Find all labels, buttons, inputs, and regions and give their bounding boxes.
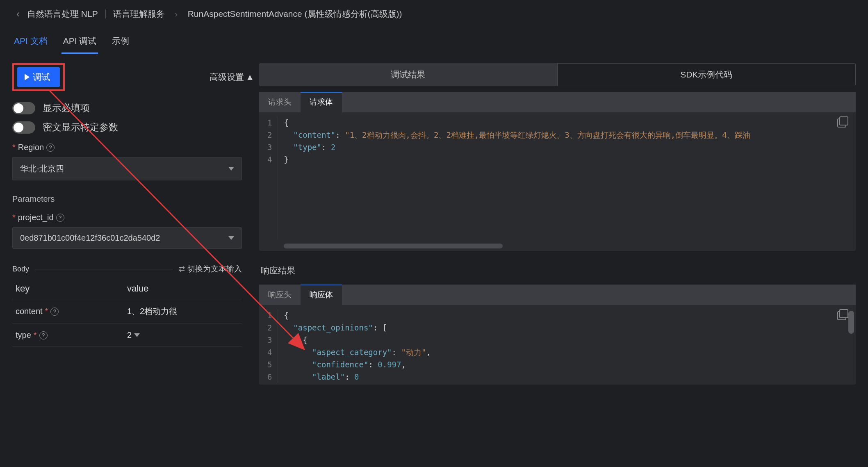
result-tabs: 调试结果 SDK示例代码 — [259, 63, 856, 86]
debug-button-highlight: 调试 — [12, 63, 65, 91]
param-value[interactable]: 1、2档动力很 — [127, 306, 177, 317]
horizontal-scrollbar[interactable] — [284, 244, 831, 248]
project-id-label: * project_id ? — [12, 213, 254, 222]
region-label: * Region ? — [12, 143, 254, 152]
response-heading: 响应结果 — [261, 265, 856, 276]
tab-response-body[interactable]: 响应体 — [301, 285, 342, 305]
advanced-settings-toggle[interactable]: 高级设置 ▲ — [210, 71, 254, 83]
play-icon — [25, 74, 30, 80]
response-panel: 响应头 响应体 123456 { "aspect_opinions": [ { … — [259, 285, 856, 385]
body-heading: Body — [12, 265, 29, 273]
request-code[interactable]: { "content": "1、2档动力很肉,会抖。2、2档难挂,最怕半坡等红绿… — [278, 116, 750, 239]
tab-response-header[interactable]: 响应头 — [259, 285, 301, 305]
required-star-icon: * — [45, 307, 48, 316]
debug-button[interactable]: 调试 — [17, 67, 60, 87]
param-key: content — [16, 307, 43, 316]
breadcrumb-item-3: RunAspectSentimentAdvance (属性级情感分析(高级版)) — [188, 8, 402, 20]
switch-to-text-input[interactable]: ⇄ 切换为文本输入 — [179, 264, 242, 274]
required-star-icon: * — [34, 330, 37, 340]
divider — [35, 269, 173, 269]
main-tabs: API 文档 API 调试 示例 — [0, 24, 868, 54]
tab-api-debug[interactable]: API 调试 — [62, 32, 98, 54]
main-area: 调试结果 SDK示例代码 请求头 请求体 1234 { "content": "… — [259, 63, 856, 385]
parameters-heading: Parameters — [12, 194, 254, 204]
kv-header-key: key — [16, 283, 127, 294]
line-gutter: 1234 — [259, 116, 278, 239]
vertical-scrollbar[interactable] — [848, 311, 854, 334]
tab-example[interactable]: 示例 — [110, 32, 131, 54]
back-icon[interactable]: ‹ — [16, 8, 20, 20]
toggle-mask-params[interactable] — [12, 121, 35, 134]
kv-header-value: value — [127, 283, 149, 294]
tab-api-docs[interactable]: API 文档 — [12, 32, 49, 54]
swap-icon: ⇄ — [179, 264, 185, 273]
help-icon[interactable]: ? — [50, 308, 59, 316]
table-row: type * ? 2 — [12, 324, 242, 347]
region-value: 华北-北京四 — [20, 163, 64, 174]
tab-debug-result[interactable]: 调试结果 — [259, 63, 557, 86]
tab-request-body[interactable]: 请求体 — [301, 92, 342, 112]
param-key: type — [16, 330, 31, 340]
chevron-right-icon: › — [172, 9, 180, 19]
region-select[interactable]: 华北-北京四 — [12, 157, 242, 180]
request-panel: 请求头 请求体 1234 { "content": "1、2档动力很肉,会抖。2… — [259, 92, 856, 251]
chevron-down-icon — [134, 333, 140, 337]
breadcrumb-item-1[interactable]: 自然语言处理 NLP — [27, 8, 98, 20]
required-star-icon: * — [12, 213, 16, 222]
advanced-settings-label: 高级设置 — [210, 71, 244, 83]
copy-icon[interactable] — [839, 116, 848, 125]
toggle-mask-params-label: 密文显示特定参数 — [43, 121, 118, 134]
tab-request-header[interactable]: 请求头 — [259, 92, 301, 112]
help-icon[interactable]: ? — [46, 144, 55, 152]
chevron-down-icon — [228, 167, 234, 171]
project-id-value: 0ed871b01c00f4e12f36c01c2da540d2 — [20, 233, 160, 243]
help-icon[interactable]: ? — [56, 214, 64, 222]
body-params-table: key value content * ? 1、2档动力很 type * ? — [12, 278, 242, 347]
sidebar: 调试 高级设置 ▲ 显示必填项 密文显示特定参数 * Region ? 华北-北… — [12, 63, 254, 385]
tab-sdk-example[interactable]: SDK示例代码 — [557, 63, 856, 86]
toggle-required-only[interactable] — [12, 102, 35, 114]
table-row: content * ? 1、2档动力很 — [12, 299, 242, 324]
required-star-icon: * — [12, 143, 16, 152]
breadcrumb: ‹ 自然语言处理 NLP 语言理解服务 › RunAspectSentiment… — [0, 0, 868, 24]
breadcrumb-item-2[interactable]: 语言理解服务 — [113, 8, 165, 20]
breadcrumb-divider — [105, 9, 106, 18]
response-code[interactable]: { "aspect_opinions": [ { "aspect_categor… — [278, 309, 431, 383]
chevron-down-icon — [228, 236, 234, 240]
chevron-up-icon: ▲ — [246, 72, 254, 82]
copy-icon[interactable] — [839, 309, 848, 318]
toggle-required-only-label: 显示必填项 — [43, 102, 90, 114]
project-id-select[interactable]: 0ed871b01c00f4e12f36c01c2da540d2 — [12, 227, 242, 249]
help-icon[interactable]: ? — [39, 331, 48, 339]
param-value[interactable]: 2 — [127, 330, 132, 340]
line-gutter: 123456 — [259, 309, 278, 383]
debug-button-label: 调试 — [33, 71, 50, 83]
